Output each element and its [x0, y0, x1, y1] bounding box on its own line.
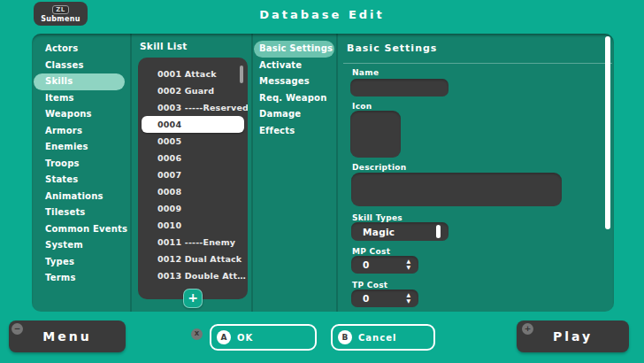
skill-types-dropdown[interactable]: Magic	[351, 222, 448, 241]
database-panel: Actors Classes Skills Items Weapons Armo…	[32, 34, 614, 312]
skill-row[interactable]: 0003 -----Reserved	[138, 99, 248, 116]
database-edit-screen: Database Edit ZL Submenu Actors Classes …	[0, 0, 644, 363]
submenu-label: Submenu	[41, 15, 80, 23]
page-title: Database Edit	[0, 8, 644, 21]
skill-row[interactable]: 0009	[138, 200, 248, 217]
form-header: Basic Settings	[347, 42, 437, 54]
tab-effects[interactable]: Effects	[251, 123, 336, 140]
skill-row[interactable]: 0010	[138, 217, 248, 234]
name-label: Name	[352, 68, 379, 77]
skill-list-column: Skill List 0001 Attack 0002 Guard 0003 -…	[130, 34, 251, 312]
mp-cost-stepper[interactable]: 0 ▲ ▼	[351, 256, 418, 274]
skill-row[interactable]: 0005	[138, 133, 248, 150]
mp-cost-value: 0	[363, 259, 370, 270]
skill-row[interactable]: 0001 Attack	[138, 66, 248, 82]
sidebar-item-states[interactable]: States	[32, 172, 130, 189]
skill-types-label: Skill Types	[352, 213, 402, 222]
tp-cost-spinner[interactable]: ▲ ▼	[406, 292, 410, 304]
dropdown-indicator-icon	[436, 225, 441, 238]
ok-button[interactable]: A OK	[210, 324, 317, 351]
sidebar-item-terms[interactable]: Terms	[32, 270, 130, 287]
menu-label: Menu	[42, 329, 91, 344]
ok-label: OK	[237, 333, 253, 343]
sidebar-item-common-events[interactable]: Common Events	[32, 221, 130, 238]
sidebar-item-tilesets[interactable]: Tilesets	[32, 205, 130, 221]
skill-row[interactable]: 0006	[138, 150, 248, 166]
sidebar-item-types[interactable]: Types	[32, 254, 130, 271]
skill-list: 0001 Attack 0002 Guard 0003 -----Reserve…	[138, 58, 248, 299]
skill-row[interactable]: 0011 -----Enemy	[138, 234, 248, 251]
cancel-button[interactable]: B Cancel	[331, 324, 435, 351]
skill-row[interactable]: 0012 Dual Attack	[138, 251, 248, 267]
header-separator	[343, 63, 612, 64]
tab-activate[interactable]: Activate	[251, 58, 336, 74]
skill-row[interactable]: 0013 Double Att…	[138, 267, 248, 284]
category-sidebar: Actors Classes Skills Items Weapons Armo…	[32, 41, 130, 287]
b-key-icon: B	[338, 330, 352, 344]
a-key-icon: A	[217, 330, 231, 344]
sidebar-item-classes[interactable]: Classes	[32, 58, 130, 74]
menu-button[interactable]: − Menu	[9, 321, 126, 352]
panel-scrollbar[interactable]	[605, 36, 610, 229]
skill-row[interactable]: 0007	[138, 166, 248, 183]
tp-cost-value: 0	[363, 293, 370, 304]
skill-list-header: Skill List	[140, 41, 188, 51]
description-label: Description	[352, 163, 407, 172]
sidebar-item-enemies[interactable]: Enemies	[32, 139, 130, 156]
play-label: Play	[553, 329, 593, 344]
icon-picker[interactable]	[350, 111, 401, 158]
sidebar-item-troops[interactable]: Troops	[32, 156, 130, 173]
tp-cost-label: TP Cost	[352, 281, 387, 290]
sidebar-item-weapons[interactable]: Weapons	[32, 106, 130, 123]
description-input[interactable]	[351, 173, 562, 206]
tab-messages[interactable]: Messages	[251, 73, 336, 90]
mp-cost-label: MP Cost	[352, 247, 390, 256]
play-button[interactable]: + Play	[517, 321, 629, 352]
spinner-down-icon[interactable]: ▼	[406, 298, 410, 304]
minus-key-icon: −	[12, 323, 23, 335]
sidebar-item-items[interactable]: Items	[32, 90, 130, 107]
name-input[interactable]	[350, 79, 448, 97]
zl-key-icon: ZL	[52, 5, 69, 14]
sidebar-item-animations[interactable]: Animations	[32, 189, 130, 205]
skill-row-selected[interactable]: 0004	[142, 116, 244, 133]
sidebar-item-system[interactable]: System	[32, 237, 130, 254]
cancel-label: Cancel	[358, 333, 396, 343]
mp-cost-spinner[interactable]: ▲ ▼	[406, 259, 410, 270]
sidebar-item-actors[interactable]: Actors	[32, 41, 130, 58]
spinner-down-icon[interactable]: ▼	[406, 265, 410, 270]
basic-settings-form: Basic Settings Name Icon Description Ski…	[336, 34, 614, 312]
skill-list-scrollbar[interactable]	[240, 66, 243, 83]
skill-row[interactable]: 0002 Guard	[138, 82, 248, 99]
tab-damage[interactable]: Damage	[251, 106, 336, 123]
plus-key-icon: +	[522, 323, 533, 335]
icon-label: Icon	[352, 102, 372, 111]
tp-cost-stepper[interactable]: 0 ▲ ▼	[351, 290, 418, 307]
skill-row[interactable]: 0008	[138, 183, 248, 200]
x-key-icon: X	[191, 328, 203, 340]
sidebar-item-armors[interactable]: Armors	[32, 123, 130, 140]
add-skill-button[interactable]: +	[183, 289, 203, 308]
tab-basic-settings[interactable]: Basic Settings	[254, 41, 334, 58]
sidebar-item-skills[interactable]: Skills	[34, 73, 125, 90]
submenu-button[interactable]: ZL Submenu	[34, 2, 88, 26]
settings-tabs: Basic Settings Activate Messages Req. We…	[251, 41, 336, 139]
skill-types-value: Magic	[363, 227, 395, 237]
tab-req-weapon[interactable]: Req. Weapon	[251, 90, 336, 107]
